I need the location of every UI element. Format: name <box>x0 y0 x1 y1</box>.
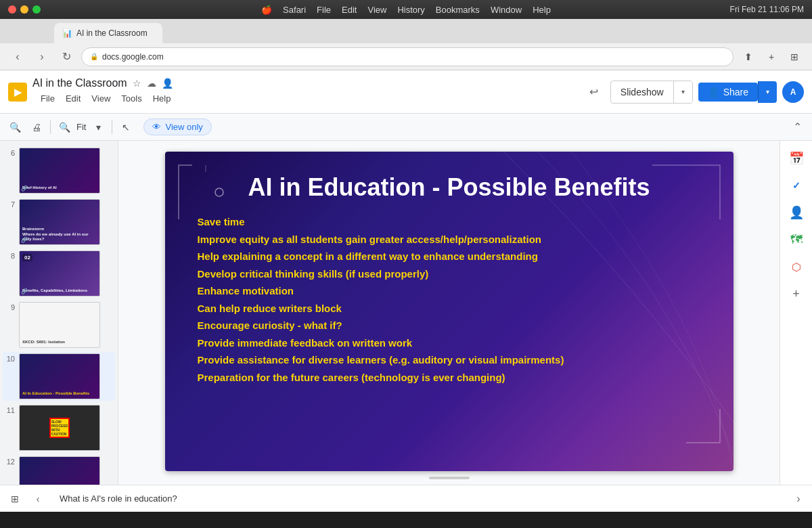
slide-number-8: 8 <box>5 250 15 260</box>
slides-tools-menu[interactable]: Tools <box>116 91 147 106</box>
back-button[interactable]: ‹ <box>8 47 27 66</box>
slide-8-icon: 🔗 <box>21 288 28 294</box>
grid-view-button[interactable]: ⊞ <box>5 489 24 508</box>
pointer-tool-button[interactable]: ↖ <box>116 118 135 137</box>
slide-thumb-img-9[interactable]: XKCD: S601: Isolation <box>19 302 100 348</box>
refresh-button[interactable]: ↻ <box>57 47 76 66</box>
slides-edit-menu[interactable]: Edit <box>60 91 86 106</box>
view-only-badge[interactable]: 👁 View only <box>143 118 211 135</box>
toolbar-collapse-button[interactable]: ⌃ <box>788 118 807 137</box>
address-bar[interactable]: 🔒 docs.google.com <box>81 47 734 66</box>
slide-number-10: 10 <box>5 353 15 363</box>
slide-thumbnail-10[interactable]: 10 AI In Education - Possible Benefits <box>3 352 115 401</box>
slide-thumbnail-7[interactable]: 7 BrainstormWhere do we already use AI i… <box>3 198 115 246</box>
slide-thumb-img-7[interactable]: BrainstormWhere do we already use AI in … <box>19 199 100 245</box>
bullet-10: Preparation for the future careers (tech… <box>198 371 701 384</box>
share-dropdown-button[interactable]: ▾ <box>758 81 777 103</box>
print-button[interactable]: 🖨 <box>27 118 46 137</box>
calendar-icon[interactable]: 📅 <box>784 146 809 171</box>
slides-file-menu[interactable]: File <box>35 91 60 106</box>
slide-thumb-img-12[interactable]: Limitations <box>19 456 100 485</box>
minimize-button[interactable] <box>20 5 28 14</box>
star-icon[interactable]: ☆ <box>133 78 141 89</box>
slide-canvas[interactable]: AI in Education - Possible Benefits Save… <box>165 152 734 471</box>
window-menu[interactable]: Window <box>491 5 522 15</box>
search-button[interactable]: 🔍 <box>5 118 24 137</box>
title-bar-right: Fri Feb 21 11:06 PM <box>730 5 804 14</box>
safari-menu[interactable]: Safari <box>283 5 306 15</box>
slide-number-11: 11 <box>5 405 15 414</box>
sidebar-icon[interactable]: ⊞ <box>785 47 804 66</box>
slide-thumb-img-10[interactable]: AI In Education - Possible Benefits <box>19 353 100 399</box>
document-title[interactable]: AI in the Classroom <box>32 77 127 89</box>
view-menu[interactable]: View <box>367 5 386 15</box>
share-person-icon: 👤 <box>708 87 719 97</box>
slide-thumb-img-8[interactable]: 02 Benefits, Capabilities, Limitations 🔗 <box>19 250 100 296</box>
slides-toolbar: 🔍 🖨 🔍 Fit ▾ ↖ 👁 View only ⌃ <box>0 114 812 141</box>
maps-icon[interactable]: 🗺 <box>784 227 809 252</box>
bookmarks-menu[interactable]: Bookmarks <box>436 5 480 15</box>
help-menu[interactable]: Help <box>533 5 551 15</box>
bullet-5: Enhance motivation <box>198 284 701 298</box>
browser-tab[interactable]: 📊 AI in the Classroom <box>54 23 162 43</box>
slideshow-main-button[interactable]: Slideshow <box>611 83 673 102</box>
bullet-7: Encourage curiosity - what if? <box>198 319 701 332</box>
slide-number-9: 9 <box>5 302 15 311</box>
edit-menu[interactable]: Edit <box>342 5 357 15</box>
history-menu[interactable]: History <box>397 5 424 15</box>
undo-button[interactable]: ↩ <box>583 81 605 103</box>
slides-help-menu[interactable]: Help <box>148 91 177 106</box>
bullet-2: Improve equity as all students gain grea… <box>198 233 701 246</box>
slide-thumbnail-11[interactable]: 11 SLOWPROCEEDWITHCAUTION <box>3 403 115 452</box>
slide-number-12: 12 <box>5 456 15 466</box>
slide-thumb-img-6[interactable]: Brief History of AI 🔗 <box>19 148 100 194</box>
slides-header: ▶ AI in the Classroom ☆ ☁ 👤 File Edit Vi… <box>0 70 812 114</box>
slide-thumbnail-6[interactable]: 6 Brief History of AI 🔗 <box>3 146 115 195</box>
zoom-out-button[interactable]: 🔍 <box>55 118 74 137</box>
scroll-indicator <box>429 477 470 479</box>
tasks-icon[interactable]: ✓ <box>784 173 809 198</box>
new-tab-icon[interactable]: + <box>762 47 781 66</box>
user-avatar[interactable]: A <box>782 81 804 103</box>
person-icon[interactable]: 👤 <box>162 78 173 89</box>
toolbar-divider-2 <box>112 120 112 134</box>
browser-tab-bar: 📊 AI in the Classroom <box>0 19 812 43</box>
share-button[interactable]: 👤 Share <box>698 83 758 102</box>
scroll-right-button[interactable]: › <box>790 491 807 507</box>
toolbar-divider-1 <box>50 120 51 134</box>
traffic-lights[interactable] <box>8 5 41 14</box>
bullet-4: Develop critical thinking skills (if use… <box>198 267 701 281</box>
forward-button[interactable]: › <box>32 47 51 66</box>
bullet-9: Provide assistance for diverse learners … <box>198 353 701 367</box>
slide-thumb-img-11[interactable]: SLOWPROCEEDWITHCAUTION <box>19 405 100 451</box>
slide-7-icon: 🔗 <box>21 237 28 243</box>
prev-slide-button[interactable]: ‹ <box>30 491 46 507</box>
file-menu[interactable]: File <box>317 5 331 15</box>
slide-8-badge: 02 <box>22 254 32 261</box>
slideshow-button-group[interactable]: Slideshow ▾ <box>610 81 693 104</box>
nav-right-buttons: ⬆ + ⊞ <box>739 47 804 66</box>
tab-title: AI in the Classroom <box>76 28 148 38</box>
speaker-notes: What is AI's role in education? <box>51 493 785 504</box>
slide-thumbnail-12[interactable]: 12 Limitations <box>3 455 115 485</box>
slideshow-dropdown-button[interactable]: ▾ <box>673 81 692 103</box>
maximize-button[interactable] <box>32 5 41 14</box>
right-sidebar: 📅 ✓ 👤 🗺 ⬡ + <box>780 141 812 485</box>
office-icon[interactable]: ⬡ <box>784 255 809 279</box>
cloud-icon[interactable]: ☁ <box>147 78 156 89</box>
main-content: 6 Brief History of AI 🔗 7 BrainstormWher… <box>0 141 812 485</box>
slide-thumbnail-9[interactable]: 9 XKCD: S601: Isolation <box>3 301 115 349</box>
apple-menu[interactable]: 🍎 <box>261 5 272 15</box>
contacts-icon[interactable]: 👤 <box>784 200 809 225</box>
share-icon[interactable]: ⬆ <box>739 47 758 66</box>
close-button[interactable] <box>8 5 16 14</box>
zoom-level-display: Fit <box>76 122 86 132</box>
zoom-dropdown-button[interactable]: ▾ <box>89 118 108 137</box>
datetime-display: Fri Feb 21 11:06 PM <box>730 5 804 14</box>
add-apps-icon[interactable]: + <box>784 282 809 306</box>
slides-header-right: ↩ Slideshow ▾ 👤 Share ▾ A <box>583 81 804 104</box>
slide-6-icon: 🔗 <box>21 185 28 192</box>
slide-thumbnail-8[interactable]: 8 02 Benefits, Capabilities, Limitations… <box>3 249 115 298</box>
slide-10-label: AI In Education - Possible Benefits <box>22 391 97 396</box>
slides-view-menu[interactable]: View <box>86 91 116 106</box>
